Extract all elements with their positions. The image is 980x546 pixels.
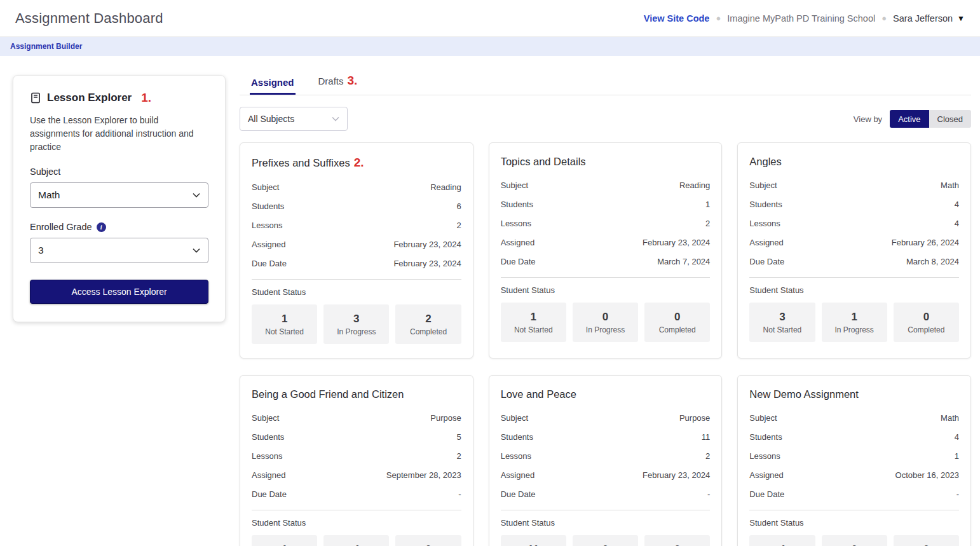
assigned-row: Assigned October 16, 2023 xyxy=(749,465,959,484)
students-row: Students 11 xyxy=(501,427,711,446)
page-title: Assignment Dashboard xyxy=(15,10,163,27)
subject-label: Subject xyxy=(252,182,279,192)
view-site-code-link[interactable]: View Site Code xyxy=(644,13,710,24)
assigned-row: Assigned September 28, 2023 xyxy=(252,465,461,484)
book-icon xyxy=(30,92,41,104)
grade-select[interactable]: 3 xyxy=(30,238,208,263)
assignment-card[interactable]: Being a Good Friend and Citizen Subject … xyxy=(240,375,473,546)
assigned-label: Assigned xyxy=(252,240,285,249)
due-date-label: Due Date xyxy=(252,259,287,268)
subject-value: Reading xyxy=(430,182,461,192)
assigned-label: Assigned xyxy=(501,238,534,247)
active-toggle-button[interactable]: Active xyxy=(890,110,929,128)
filter-row: All Subjects View by Active Closed xyxy=(240,107,971,131)
due-date-row: Due Date - xyxy=(501,484,711,503)
assigned-value: February 23, 2024 xyxy=(643,238,710,247)
students-label: Students xyxy=(252,432,284,442)
assignment-meta: Subject Reading Students 6 Lessons 2 Ass… xyxy=(252,177,461,273)
assignment-card[interactable]: Angles Subject Math Students 4 Lessons 4… xyxy=(737,142,971,358)
not-started-count: 1 xyxy=(282,313,287,325)
access-lesson-explorer-button[interactable]: Access Lesson Explorer xyxy=(30,280,208,304)
due-date-value: - xyxy=(707,489,710,499)
assignment-meta: Subject Purpose Students 5 Lessons 2 Ass… xyxy=(252,408,461,503)
closed-toggle-button[interactable]: Closed xyxy=(929,110,971,128)
user-menu[interactable]: Sara Jefferson ▼ xyxy=(893,13,965,24)
card-divider xyxy=(501,277,711,278)
in-progress-box: 1 In Progress xyxy=(822,303,887,342)
header-right: View Site Code ● Imagine MyPath PD Train… xyxy=(644,13,965,24)
assignment-title: Prefixes and Suffixes xyxy=(252,157,350,169)
assignment-card[interactable]: New Demo Assignment Subject Math Student… xyxy=(737,375,971,546)
in-progress-count: 0 xyxy=(851,543,857,546)
lessons-label: Lessons xyxy=(252,221,282,230)
subject-filter-select[interactable]: All Subjects xyxy=(240,107,348,131)
subject-label: Subject xyxy=(749,181,777,190)
due-date-row: Due Date - xyxy=(749,484,959,503)
card-divider xyxy=(749,277,959,278)
assigned-row: Assigned February 23, 2024 xyxy=(501,233,711,252)
due-date-value: - xyxy=(458,489,461,499)
subject-row: Subject Math xyxy=(749,175,959,195)
content: Lesson Explorer 1. Use the Lesson Explor… xyxy=(0,56,980,546)
not-started-count: 11 xyxy=(527,543,539,546)
lessons-row: Lessons 2 xyxy=(501,446,711,465)
assignment-title: Topics and Details xyxy=(501,156,586,168)
info-icon[interactable]: i xyxy=(97,222,106,232)
lessons-value: 2 xyxy=(456,451,461,461)
chevron-down-icon: ▼ xyxy=(957,14,965,23)
grade-select-value: 3 xyxy=(38,245,44,256)
not-started-count: 3 xyxy=(779,311,785,324)
due-date-value: March 8, 2024 xyxy=(906,257,959,266)
subject-label: Subject xyxy=(501,413,528,423)
tab-assigned[interactable]: Assigned xyxy=(250,72,296,95)
completed-count: 0 xyxy=(923,543,929,546)
lessons-row: Lessons 1 xyxy=(749,446,959,465)
student-status-row: 1 Not Started 0 In Progress 0 Completed xyxy=(501,303,711,342)
due-date-label: Due Date xyxy=(501,257,536,266)
lessons-row: Lessons 2 xyxy=(501,214,711,233)
due-date-row: Due Date March 8, 2024 xyxy=(749,252,959,271)
tab-drafts-label: Drafts xyxy=(318,76,344,86)
student-status-row: 3 Not Started 1 In Progress 0 Completed xyxy=(749,303,959,342)
assignment-card[interactable]: Prefixes and Suffixes 2. Subject Reading… xyxy=(240,142,473,358)
completed-label: Completed xyxy=(908,325,944,334)
assigned-label: Assigned xyxy=(501,470,534,480)
in-progress-label: In Progress xyxy=(586,325,625,334)
breadcrumb-assignment-builder[interactable]: Assignment Builder xyxy=(10,42,82,51)
completed-box: 0 Completed xyxy=(644,535,710,546)
in-progress-box: 0 In Progress xyxy=(822,535,887,546)
completed-count: 0 xyxy=(674,311,680,324)
assignments-grid: Prefixes and Suffixes 2. Subject Reading… xyxy=(240,142,971,546)
assignment-title: Angles xyxy=(749,156,781,168)
completed-box: 0 Completed xyxy=(894,535,959,546)
students-label: Students xyxy=(501,200,533,209)
in-progress-count: 4 xyxy=(353,543,359,546)
subject-select[interactable]: Math xyxy=(30,182,208,208)
subject-value: Math xyxy=(941,413,959,423)
due-date-label: Due Date xyxy=(252,489,287,499)
due-date-label: Due Date xyxy=(501,489,536,499)
annotation-1: 1. xyxy=(137,91,151,105)
students-value: 5 xyxy=(456,432,461,442)
lessons-value: 2 xyxy=(705,219,710,228)
view-by-label: View by xyxy=(854,114,882,124)
subject-label: Subject xyxy=(30,167,208,177)
lessons-value: 2 xyxy=(456,221,461,230)
separator-dot: ● xyxy=(716,13,721,23)
not-started-box: 1 Not Started xyxy=(501,303,566,342)
subject-value: Purpose xyxy=(430,413,461,423)
students-row: Students 4 xyxy=(749,195,959,214)
completed-label: Completed xyxy=(410,327,447,336)
assigned-label: Assigned xyxy=(749,238,783,247)
assignment-card-head: Being a Good Friend and Citizen xyxy=(252,388,461,400)
students-label: Students xyxy=(749,432,782,442)
completed-box: 2 Completed xyxy=(395,304,461,344)
breadcrumb: Assignment Builder xyxy=(0,37,980,56)
enrolled-grade-label: Enrolled Grade i xyxy=(30,222,208,232)
assignment-card-head: Angles xyxy=(749,156,959,168)
assignment-card[interactable]: Love and Peace Subject Purpose Students … xyxy=(489,375,723,546)
subject-label: Subject xyxy=(749,413,777,423)
assignment-card[interactable]: Topics and Details Subject Reading Stude… xyxy=(489,142,723,358)
tab-drafts[interactable]: Drafts 3. xyxy=(317,69,359,95)
student-status-row: 1 Not Started 3 In Progress 2 Completed xyxy=(252,304,461,344)
